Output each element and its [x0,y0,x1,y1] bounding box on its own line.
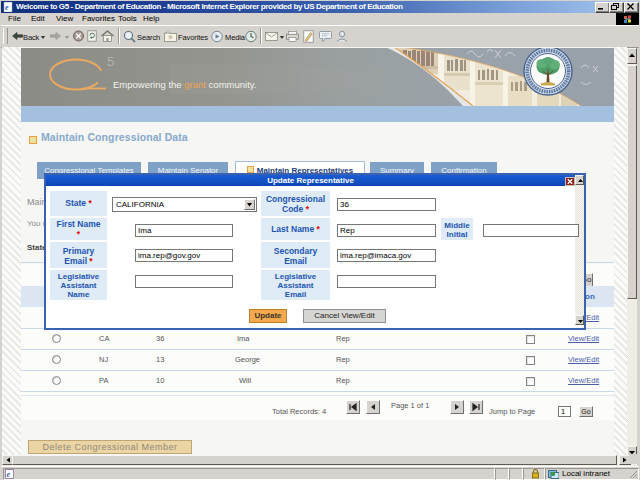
svg-text:5: 5 [107,54,114,69]
svg-text:e: e [7,470,11,479]
svg-text:Empowering the grant community: Empowering the grant community. [113,79,256,90]
svg-text:e: e [5,3,9,12]
